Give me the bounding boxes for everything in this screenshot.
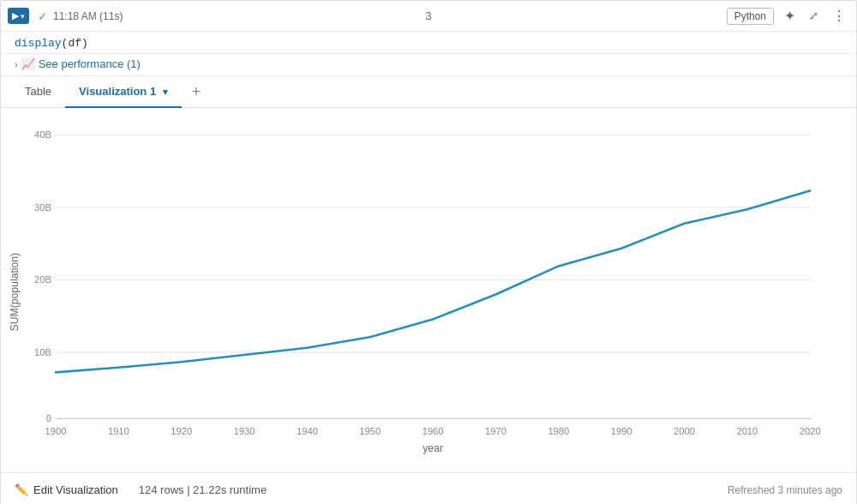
svg-text:1960: 1960 [423,426,444,436]
footer-refresh: Refreshed 3 minutes ago [728,484,842,496]
svg-text:10B: 10B [34,347,51,357]
chart-container: SUM(population) 40B 30B 20B 10B 0 1900 1… [1,108,856,472]
play-icon: ▶ [12,10,19,21]
performance-chart-icon: 📈 [21,57,35,70]
svg-text:2020: 2020 [800,426,821,436]
run-button[interactable]: ▶ ▾ [8,8,29,24]
toolbar-left: ▶ ▾ ✓ 11:18 AM (11s) [8,8,727,24]
chart-svg: SUM(population) 40B 30B 20B 10B 0 1900 1… [8,122,846,462]
svg-text:1980: 1980 [548,426,569,436]
cell-number: 3 [425,9,431,22]
svg-text:0: 0 [46,413,51,423]
notebook-cell: ▶ ▾ ✓ 11:18 AM (11s) 3 Python ✦ ⤢ ⋮ disp… [0,0,857,504]
svg-text:1930: 1930 [234,426,255,436]
svg-text:1900: 1900 [45,426,67,436]
cell-timestamp: 11:18 AM (11s) [53,10,123,22]
svg-text:2010: 2010 [736,426,758,436]
svg-text:1950: 1950 [359,426,381,436]
cell-toolbar: ▶ ▾ ✓ 11:18 AM (11s) 3 Python ✦ ⤢ ⋮ [1,1,856,32]
edit-pencil-icon: ✏️ [15,483,28,496]
svg-text:1970: 1970 [485,426,506,436]
code-function: display [15,37,62,50]
code-area: display(df) [1,32,856,54]
magic-icon-button[interactable]: ✦ [781,6,799,26]
tab-viz-label: Visualization 1 [79,85,156,98]
run-dropdown-arrow: ▾ [21,12,25,21]
footer-stats: 124 rows | 21.22s runtime [139,483,267,496]
svg-text:30B: 30B [34,202,51,213]
cell-footer: ✏️ Edit Visualization 124 rows | 21.22s … [1,472,856,504]
expand-icon: ⤢ [809,9,818,22]
population-line [56,190,810,372]
performance-expand-button[interactable]: › [15,59,18,69]
code-line: display(df) [15,37,842,50]
code-argument: df [68,37,81,50]
svg-text:20B: 20B [34,274,51,285]
add-tab-button[interactable]: + [182,77,212,106]
tab-viz-dropdown-arrow[interactable]: ▾ [163,87,168,97]
svg-text:40B: 40B [34,129,51,140]
svg-text:year: year [423,442,443,454]
svg-text:1910: 1910 [108,426,129,436]
tabs-bar: Table Visualization 1 ▾ + [1,76,856,108]
tab-table[interactable]: Table [11,76,65,108]
svg-text:1940: 1940 [297,426,318,436]
see-performance-link[interactable]: See performance (1) [39,57,141,70]
edit-visualization-button[interactable]: ✏️ Edit Visualization [15,480,118,500]
language-badge[interactable]: Python [727,8,774,25]
tab-visualization-1[interactable]: Visualization 1 ▾ [65,76,182,108]
code-paren-close: ) [81,37,88,50]
svg-text:1990: 1990 [611,426,632,436]
performance-row: › 📈 See performance (1) [1,54,856,76]
y-axis-label: SUM(population) [9,253,21,332]
expand-icon-button[interactable]: ⤢ [806,8,822,24]
magic-icon: ✦ [784,8,795,24]
success-checkmark: ✓ [38,9,48,23]
edit-viz-label: Edit Visualization [33,483,118,496]
toolbar-right: Python ✦ ⤢ ⋮ [727,6,849,26]
svg-text:1920: 1920 [171,426,192,436]
svg-text:2000: 2000 [674,426,695,436]
more-options-button[interactable]: ⋮ [829,6,849,26]
more-icon: ⋮ [832,8,846,24]
